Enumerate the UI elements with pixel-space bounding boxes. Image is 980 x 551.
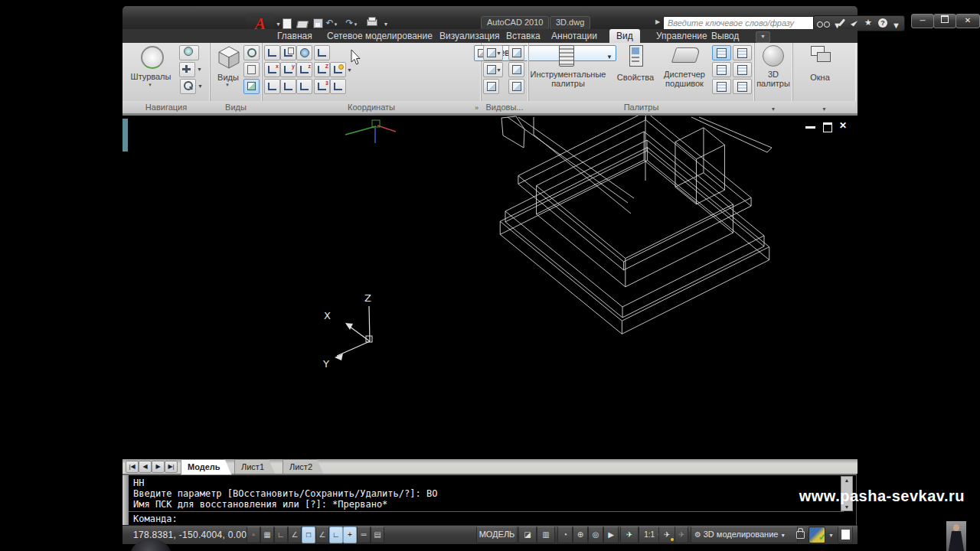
3d-palettes-panel-chevron-icon[interactable]: ▼ bbox=[754, 106, 792, 112]
zoom-button[interactable] bbox=[180, 79, 196, 94]
object-snap-toggle[interactable]: □ bbox=[302, 527, 315, 543]
annotation-autoscale-button[interactable]: ✈ bbox=[658, 527, 675, 543]
ucs-view-button[interactable] bbox=[330, 79, 346, 94]
model-space-button[interactable]: ◪ bbox=[518, 527, 537, 543]
scroll-down-icon[interactable]: ▼ bbox=[841, 504, 852, 510]
viewport-join-button[interactable]: ▼ bbox=[483, 62, 503, 77]
showmotion-button[interactable]: ▶ bbox=[603, 527, 619, 543]
ucs-z-button[interactable]: z bbox=[296, 62, 312, 77]
zoom-button[interactable]: ⊕ bbox=[573, 527, 588, 543]
zoom-previous-button[interactable] bbox=[243, 45, 260, 60]
snap-mode-toggle[interactable]: ▫ bbox=[247, 527, 260, 543]
annotation-sync-button[interactable]: ✈ bbox=[675, 527, 688, 543]
quick-properties-toggle[interactable]: ▤ bbox=[371, 527, 384, 543]
ucs-3point-button[interactable]: 3 bbox=[314, 79, 330, 94]
ucs-face-button[interactable] bbox=[296, 79, 312, 94]
palette-props-button[interactable] bbox=[712, 62, 731, 77]
next-layout-button[interactable]: ▶ bbox=[152, 461, 165, 473]
layout-space-button[interactable]: ▥ bbox=[537, 527, 555, 543]
help-icon[interactable]: ? bbox=[878, 18, 887, 28]
zoom-chevron-icon[interactable]: ▼ bbox=[198, 83, 203, 89]
views-button[interactable]: Виды bbox=[210, 73, 247, 82]
workspace-switcher[interactable]: ⚙ 3D моделирование ▼ bbox=[691, 527, 798, 543]
undo-button[interactable]: ↶▼ bbox=[325, 16, 338, 30]
isometric-cube-button[interactable] bbox=[243, 79, 260, 94]
ucs-x-button[interactable]: x bbox=[264, 62, 280, 77]
windows-button[interactable]: Окна bbox=[792, 73, 848, 82]
coordinates-expand-icon[interactable]: » bbox=[475, 104, 479, 112]
3d-palettes-button[interactable]: 3D палитры bbox=[754, 70, 792, 88]
layout-tab-Модель[interactable]: Модель bbox=[181, 459, 232, 475]
object-snap-tracking-toggle[interactable]: ∠ bbox=[315, 527, 329, 543]
windows-swap-icon[interactable] bbox=[817, 52, 831, 62]
model-space-canvas[interactable]: XYZ ✕ bbox=[122, 113, 858, 461]
steering-wheel-button[interactable]: ◎ bbox=[588, 527, 603, 543]
layout-tab-Лист2[interactable]: Лист2 bbox=[283, 459, 324, 475]
annotation-visibility-button[interactable]: ✈ bbox=[620, 527, 639, 543]
ucs-z-axis-button[interactable]: Z bbox=[314, 62, 330, 77]
tool-palettes-button[interactable]: Инструментальные палитры bbox=[530, 70, 606, 88]
windows-panel-chevron-icon[interactable]: ▼ bbox=[792, 106, 856, 112]
communication-satellite-icon[interactable] bbox=[851, 18, 858, 26]
ribbon-tab-4[interactable]: Вставка bbox=[499, 29, 547, 43]
save-button[interactable] bbox=[311, 16, 324, 30]
minimize-button[interactable]: ─ bbox=[911, 14, 934, 28]
viewport-restore-icon[interactable] bbox=[823, 122, 832, 132]
command-window-grip[interactable] bbox=[122, 475, 129, 527]
ucs-named-button[interactable] bbox=[280, 45, 296, 60]
plot-button[interactable] bbox=[365, 16, 378, 30]
help-chevron-icon[interactable]: ▼ bbox=[892, 21, 900, 30]
first-layout-button[interactable]: |◀ bbox=[126, 461, 139, 473]
pan-chevron-icon[interactable]: ▼ bbox=[197, 67, 202, 72]
close-button[interactable]: ✕ bbox=[956, 14, 980, 28]
scroll-up-icon[interactable]: ▲ bbox=[841, 478, 852, 483]
open-file-button[interactable] bbox=[296, 16, 309, 30]
pan-button[interactable] bbox=[179, 62, 195, 77]
search-binoculars-icon[interactable] bbox=[817, 20, 830, 29]
orbit-button[interactable] bbox=[179, 45, 199, 60]
lineweight-toggle[interactable]: ═ bbox=[357, 527, 371, 543]
viewport-named-button[interactable] bbox=[483, 79, 499, 94]
viewport-rect-button[interactable] bbox=[508, 62, 524, 77]
ucs-previous-button[interactable] bbox=[314, 45, 330, 60]
tuner-chevron-icon[interactable]: ▼ bbox=[828, 533, 834, 538]
model-paper-toggle-button[interactable]: МОДЕЛЬ bbox=[476, 527, 518, 543]
view-manager-button[interactable] bbox=[243, 62, 260, 77]
subscription-wrench-icon[interactable] bbox=[838, 18, 845, 26]
ribbon-tab-5[interactable]: Аннотации bbox=[544, 29, 604, 43]
viewport-split-button[interactable] bbox=[508, 79, 524, 94]
sheet-set-manager-button[interactable]: Диспетчер подшивок bbox=[657, 70, 712, 88]
performance-tuner-button[interactable]: ✓ bbox=[808, 527, 825, 543]
viewport-minimize-icon[interactable] bbox=[805, 126, 815, 129]
command-window[interactable]: ННВведите параметр [ВОсстановить/Сохрани… bbox=[122, 474, 857, 527]
ribbon-tab-2[interactable]: Сетевое моделирование bbox=[320, 29, 439, 43]
redo-button[interactable]: ↷▼ bbox=[345, 16, 358, 30]
ucs-origin-button[interactable] bbox=[264, 79, 280, 94]
infocenter-collapse-arrow[interactable]: ▶ bbox=[655, 18, 660, 25]
steering-wheels-button[interactable]: Штурвалы bbox=[124, 72, 178, 81]
restore-button[interactable] bbox=[933, 14, 956, 28]
orbit-button[interactable]: ◔ bbox=[557, 527, 573, 543]
dynamic-input-toggle[interactable]: + bbox=[343, 527, 357, 543]
palette-sheet-button[interactable] bbox=[712, 45, 731, 60]
ucs-button[interactable] bbox=[264, 45, 280, 60]
ortho-mode-toggle[interactable]: ∟ bbox=[274, 527, 288, 543]
palette-cycle-button[interactable] bbox=[733, 45, 752, 60]
clean-screen-button[interactable] bbox=[838, 527, 853, 543]
ribbon-minimize-button[interactable]: ▼ bbox=[756, 31, 770, 43]
steering-wheel-icon[interactable] bbox=[141, 46, 164, 69]
prev-layout-button[interactable]: ◀ bbox=[139, 461, 152, 473]
ucs-y-button[interactable]: y bbox=[280, 62, 296, 77]
last-layout-button[interactable]: ▶| bbox=[165, 461, 178, 473]
palette-calc-button[interactable] bbox=[733, 62, 752, 77]
palette-grid-button[interactable] bbox=[712, 79, 731, 94]
3d-palettes-sphere-icon[interactable] bbox=[763, 45, 784, 67]
grid-display-toggle[interactable]: ▦ bbox=[260, 527, 274, 543]
layout-tab-Лист1[interactable]: Лист1 bbox=[234, 459, 276, 475]
sheet-set-manager-icon[interactable] bbox=[671, 47, 701, 63]
ucs-apply-button[interactable]: ▼ bbox=[330, 62, 346, 77]
viewport-new-button[interactable] bbox=[508, 45, 524, 60]
command-prompt[interactable]: Команда: bbox=[133, 514, 178, 524]
properties-icon[interactable] bbox=[629, 45, 643, 67]
polar-tracking-toggle[interactable]: ∠ bbox=[288, 527, 302, 543]
